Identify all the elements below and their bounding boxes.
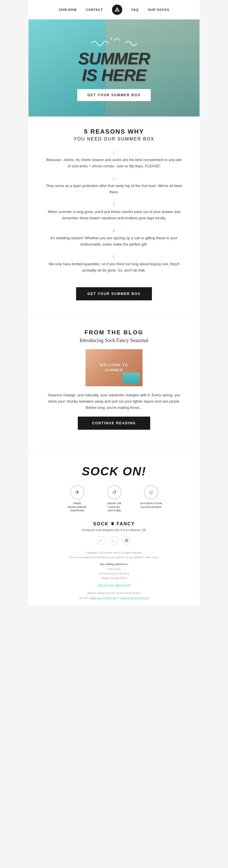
satisfaction-icon: ☺ [144,485,158,499]
reason-item-1: 1. Because...shorts. Its shorts season a… [46,150,182,169]
hero-cta-button[interactable]: GET YOUR SUMMER BOX [77,89,151,101]
nav-faq[interactable]: FAQ [131,8,139,11]
footer-mailing-address: Our mailing address is: Sock Fancy 670 M… [40,562,188,581]
blog-post-image: WELCOME TOSUMMER [85,349,143,386]
navigation: JOIN NOW CONTACT FAQ OUR SOCKS [29,0,199,20]
footer-benefits-row: ✈ FREE WORLDWIDESHIPPING ↺ SWAP OR CANCE… [40,485,188,513]
reason-text-1: Because...shorts. Its shorts season and … [46,157,182,169]
reason-item-5: 5. We only have limited quantities, so i… [46,254,182,274]
reasons-cta-button[interactable]: GET YOUR SUMMER BOX [76,287,152,300]
reasons-heading-sub: YOU NEED OUR SUMMER BOX [46,136,182,142]
reason-text-5: We only have limited quantities, so if y… [46,261,182,274]
reason-item-4: 4. It's wedding season! Whether you are … [46,228,182,248]
instagram-icon[interactable] [122,536,131,545]
nav-our-socks[interactable]: OUR SOCKS [148,8,169,11]
footer-brand-name: SOCK ❦ FANCY [93,521,135,526]
social-icons-row: f t [40,536,188,545]
logo[interactable] [112,5,122,15]
footer-brand: SOCK ❦ FANCY [40,521,188,527]
footer-tagline: Designed and shipped with ♥ from Atlanta… [40,528,188,532]
continue-reading-button[interactable]: CONTINUE READING [78,416,150,430]
swap-label: SWAP OR CANCELANYTIME [103,502,126,513]
add-to-addressbook-link[interactable]: Add us to your address book [98,584,130,586]
hero-doodle-icon: ☀ [85,35,143,49]
blog-section-label: FROM THE BLOG [46,329,182,336]
heart-icon: ♥ [120,528,122,532]
reason-number-4: 4. [46,228,182,233]
footer-copyright: Copyright © 2019 Sock Fancy. All rights … [40,551,188,560]
benefit-shipping: ✈ FREE WORLDWIDESHIPPING [66,485,89,513]
reason-number-3: 3. [46,202,182,207]
shipping-icon: ✈ [70,485,84,499]
reason-text-2: They serve as a layer protection after t… [46,183,182,195]
reason-number-2: 2. [46,176,182,181]
svg-point-1 [117,9,118,10]
hero-content: ☀ SUMMER IS HERE GET YOUR SUMMER BOX [72,29,156,107]
reasons-heading-bold: 5 REASONS WHY [46,128,182,135]
update-preferences-link[interactable]: update your preferences [89,596,117,599]
unsubscribe-link[interactable]: unsubscribe from this list [120,596,149,599]
nav-join-now[interactable]: JOIN NOW [59,8,77,11]
benefit-satisfaction: ☺ SATISFACTIONGUARANTEED [140,485,162,513]
hero-title-line1: SUMMER [77,50,151,67]
blog-section: FROM THE BLOG Introducing Sock Fancy Sea… [29,317,199,441]
footer-section: SOCK ON! ✈ FREE WORLDWIDESHIPPING ↺ SWAP… [29,453,199,606]
reason-text-4: It's wedding season! Whether you are spi… [46,235,182,248]
blog-product-box [122,373,140,384]
sock-on-title: SOCK ON! [40,465,188,478]
reason-text-3: When summer is long gone, you'll pull th… [46,209,182,221]
reason-number-5: 5. [46,254,182,259]
svg-text:☀: ☀ [109,36,113,41]
facebook-icon[interactable]: f [97,536,106,545]
svg-point-7 [127,539,128,540]
svg-text:f: f [100,539,102,542]
reason-item-2: 2. They serve as a layer protection afte… [46,176,182,195]
benefit-swap: ↺ SWAP OR CANCELANYTIME [103,485,126,513]
blog-image-text: WELCOME TOSUMMER [100,363,128,373]
reason-number-1: 1. [46,150,182,155]
nav-contact[interactable]: CONTACT [86,8,103,11]
section-divider [40,447,188,447]
svg-text:t: t [113,539,113,542]
hero-title-line2: IS HERE [77,67,151,83]
shipping-label: FREE WORLDWIDESHIPPING [66,502,89,513]
swap-icon: ↺ [107,485,121,499]
reasons-section: 5 REASONS WHY YOU NEED OUR SUMMER BOX 1.… [29,117,199,317]
svg-point-6 [126,540,127,541]
footer-unsubscribe: Want to change how you receive these ema… [40,591,188,600]
satisfaction-label: SATISFACTIONGUARANTEED [140,502,162,509]
blog-excerpt: Seasons change, and naturally, your ward… [46,392,182,411]
blog-post-title: Introducing Sock Fancy Seasonal [46,338,182,343]
reason-item-3: 3. When summer is long gone, you'll pull… [46,202,182,221]
twitter-icon[interactable]: t [110,536,118,545]
hero-section: ☀ SUMMER IS HERE GET YOUR SUMMER BOX [29,20,199,117]
